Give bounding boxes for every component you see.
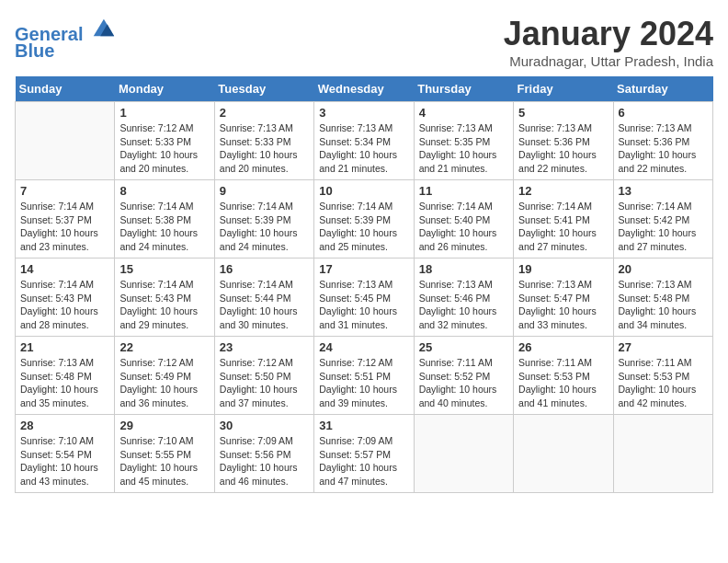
day-number: 1 bbox=[119, 106, 209, 120]
logo-icon bbox=[90, 15, 116, 40]
day-number: 17 bbox=[319, 262, 408, 276]
day-number: 22 bbox=[119, 340, 209, 354]
day-number: 4 bbox=[419, 106, 508, 120]
calendar-cell bbox=[514, 415, 613, 493]
day-number: 12 bbox=[518, 184, 608, 198]
day-info: Sunrise: 7:13 AM Sunset: 5:33 PM Dayligh… bbox=[220, 121, 309, 176]
day-info: Sunrise: 7:13 AM Sunset: 5:48 PM Dayligh… bbox=[20, 356, 109, 410]
day-info: Sunrise: 7:14 AM Sunset: 5:38 PM Dayligh… bbox=[119, 200, 209, 254]
day-number: 25 bbox=[419, 340, 508, 354]
weekday-header-thursday: Thursday bbox=[414, 76, 513, 102]
day-info: Sunrise: 7:13 AM Sunset: 5:47 PM Dayligh… bbox=[518, 278, 608, 332]
day-info: Sunrise: 7:09 AM Sunset: 5:57 PM Dayligh… bbox=[319, 434, 408, 488]
month-title: January 2024 bbox=[504, 15, 713, 53]
calendar-cell: 19Sunrise: 7:13 AM Sunset: 5:47 PM Dayli… bbox=[514, 259, 613, 337]
day-info: Sunrise: 7:13 AM Sunset: 5:45 PM Dayligh… bbox=[319, 278, 408, 332]
weekday-header-row: SundayMondayTuesdayWednesdayThursdayFrid… bbox=[16, 76, 713, 102]
calendar-cell: 6Sunrise: 7:13 AM Sunset: 5:36 PM Daylig… bbox=[613, 102, 712, 180]
day-info: Sunrise: 7:13 AM Sunset: 5:48 PM Dayligh… bbox=[619, 278, 708, 332]
calendar-cell: 10Sunrise: 7:14 AM Sunset: 5:39 PM Dayli… bbox=[314, 180, 414, 259]
day-number: 19 bbox=[518, 262, 608, 276]
day-number: 6 bbox=[619, 106, 708, 120]
calendar-cell: 16Sunrise: 7:14 AM Sunset: 5:44 PM Dayli… bbox=[214, 259, 313, 337]
day-info: Sunrise: 7:12 AM Sunset: 5:50 PM Dayligh… bbox=[220, 356, 309, 410]
day-info: Sunrise: 7:13 AM Sunset: 5:46 PM Dayligh… bbox=[419, 278, 508, 332]
calendar-cell: 22Sunrise: 7:12 AM Sunset: 5:49 PM Dayli… bbox=[115, 337, 214, 415]
day-number: 8 bbox=[119, 184, 209, 198]
calendar-cell: 30Sunrise: 7:09 AM Sunset: 5:56 PM Dayli… bbox=[214, 415, 313, 493]
day-number: 2 bbox=[220, 106, 309, 120]
day-number: 29 bbox=[119, 419, 209, 432]
day-number: 5 bbox=[518, 106, 608, 120]
day-info: Sunrise: 7:12 AM Sunset: 5:51 PM Dayligh… bbox=[319, 356, 408, 410]
day-number: 26 bbox=[518, 340, 608, 354]
calendar-cell: 31Sunrise: 7:09 AM Sunset: 5:57 PM Dayli… bbox=[314, 415, 414, 493]
location: Muradnagar, Uttar Pradesh, India bbox=[504, 53, 713, 69]
week-row-4: 21Sunrise: 7:13 AM Sunset: 5:48 PM Dayli… bbox=[16, 337, 713, 415]
day-info: Sunrise: 7:14 AM Sunset: 5:39 PM Dayligh… bbox=[220, 200, 309, 254]
day-info: Sunrise: 7:14 AM Sunset: 5:39 PM Dayligh… bbox=[319, 200, 408, 254]
day-info: Sunrise: 7:14 AM Sunset: 5:44 PM Dayligh… bbox=[220, 278, 309, 332]
day-number: 3 bbox=[319, 106, 408, 120]
day-number: 11 bbox=[419, 184, 508, 198]
day-info: Sunrise: 7:10 AM Sunset: 5:54 PM Dayligh… bbox=[20, 434, 109, 488]
week-row-2: 7Sunrise: 7:14 AM Sunset: 5:37 PM Daylig… bbox=[16, 180, 713, 259]
day-info: Sunrise: 7:10 AM Sunset: 5:55 PM Dayligh… bbox=[119, 434, 209, 488]
day-number: 14 bbox=[20, 262, 109, 276]
weekday-header-friday: Friday bbox=[514, 76, 613, 102]
calendar-cell: 20Sunrise: 7:13 AM Sunset: 5:48 PM Dayli… bbox=[613, 259, 712, 337]
day-info: Sunrise: 7:12 AM Sunset: 5:33 PM Dayligh… bbox=[119, 121, 209, 176]
calendar-cell: 14Sunrise: 7:14 AM Sunset: 5:43 PM Dayli… bbox=[16, 259, 115, 337]
calendar-cell: 27Sunrise: 7:11 AM Sunset: 5:53 PM Dayli… bbox=[613, 337, 712, 415]
day-number: 7 bbox=[20, 184, 109, 198]
calendar-cell: 26Sunrise: 7:11 AM Sunset: 5:53 PM Dayli… bbox=[514, 337, 613, 415]
week-row-5: 28Sunrise: 7:10 AM Sunset: 5:54 PM Dayli… bbox=[16, 415, 713, 493]
day-number: 23 bbox=[220, 340, 309, 354]
day-info: Sunrise: 7:11 AM Sunset: 5:52 PM Dayligh… bbox=[419, 356, 508, 410]
day-number: 15 bbox=[119, 262, 209, 276]
day-number: 28 bbox=[20, 419, 109, 432]
calendar-cell: 25Sunrise: 7:11 AM Sunset: 5:52 PM Dayli… bbox=[414, 337, 513, 415]
day-info: Sunrise: 7:12 AM Sunset: 5:49 PM Dayligh… bbox=[119, 356, 209, 410]
day-number: 9 bbox=[220, 184, 309, 198]
day-number: 24 bbox=[319, 340, 408, 354]
weekday-header-monday: Monday bbox=[115, 76, 214, 102]
calendar-cell: 3Sunrise: 7:13 AM Sunset: 5:34 PM Daylig… bbox=[314, 102, 414, 180]
weekday-header-tuesday: Tuesday bbox=[214, 76, 313, 102]
week-row-3: 14Sunrise: 7:14 AM Sunset: 5:43 PM Dayli… bbox=[16, 259, 713, 337]
calendar-cell: 24Sunrise: 7:12 AM Sunset: 5:51 PM Dayli… bbox=[314, 337, 414, 415]
calendar-cell: 11Sunrise: 7:14 AM Sunset: 5:40 PM Dayli… bbox=[414, 180, 513, 259]
day-info: Sunrise: 7:11 AM Sunset: 5:53 PM Dayligh… bbox=[518, 356, 608, 410]
day-info: Sunrise: 7:14 AM Sunset: 5:43 PM Dayligh… bbox=[119, 278, 209, 332]
day-number: 30 bbox=[220, 419, 309, 432]
calendar-cell: 17Sunrise: 7:13 AM Sunset: 5:45 PM Dayli… bbox=[314, 259, 414, 337]
calendar-cell bbox=[16, 102, 115, 180]
day-info: Sunrise: 7:11 AM Sunset: 5:53 PM Dayligh… bbox=[619, 356, 708, 410]
day-info: Sunrise: 7:14 AM Sunset: 5:43 PM Dayligh… bbox=[20, 278, 109, 332]
day-info: Sunrise: 7:13 AM Sunset: 5:36 PM Dayligh… bbox=[619, 121, 708, 176]
calendar-cell: 18Sunrise: 7:13 AM Sunset: 5:46 PM Dayli… bbox=[414, 259, 513, 337]
calendar-cell: 4Sunrise: 7:13 AM Sunset: 5:35 PM Daylig… bbox=[414, 102, 513, 180]
page-header: General Blue January 2024 Muradnagar, Ut… bbox=[15, 15, 713, 69]
day-info: Sunrise: 7:14 AM Sunset: 5:41 PM Dayligh… bbox=[518, 200, 608, 254]
calendar-cell: 9Sunrise: 7:14 AM Sunset: 5:39 PM Daylig… bbox=[214, 180, 313, 259]
day-number: 27 bbox=[619, 340, 708, 354]
day-number: 21 bbox=[20, 340, 109, 354]
logo: General Blue bbox=[15, 15, 116, 61]
day-info: Sunrise: 7:14 AM Sunset: 5:42 PM Dayligh… bbox=[619, 200, 708, 254]
day-info: Sunrise: 7:14 AM Sunset: 5:37 PM Dayligh… bbox=[20, 200, 109, 254]
day-number: 10 bbox=[319, 184, 408, 198]
calendar-table: SundayMondayTuesdayWednesdayThursdayFrid… bbox=[15, 76, 713, 493]
weekday-header-saturday: Saturday bbox=[613, 76, 712, 102]
day-number: 13 bbox=[619, 184, 708, 198]
calendar-cell bbox=[613, 415, 712, 493]
day-info: Sunrise: 7:09 AM Sunset: 5:56 PM Dayligh… bbox=[220, 434, 309, 488]
day-number: 20 bbox=[619, 262, 708, 276]
day-info: Sunrise: 7:13 AM Sunset: 5:34 PM Dayligh… bbox=[319, 121, 408, 176]
calendar-cell: 5Sunrise: 7:13 AM Sunset: 5:36 PM Daylig… bbox=[514, 102, 613, 180]
day-info: Sunrise: 7:13 AM Sunset: 5:35 PM Dayligh… bbox=[419, 121, 508, 176]
calendar-cell: 21Sunrise: 7:13 AM Sunset: 5:48 PM Dayli… bbox=[16, 337, 115, 415]
calendar-cell: 23Sunrise: 7:12 AM Sunset: 5:50 PM Dayli… bbox=[214, 337, 313, 415]
calendar-cell: 7Sunrise: 7:14 AM Sunset: 5:37 PM Daylig… bbox=[16, 180, 115, 259]
day-number: 18 bbox=[419, 262, 508, 276]
